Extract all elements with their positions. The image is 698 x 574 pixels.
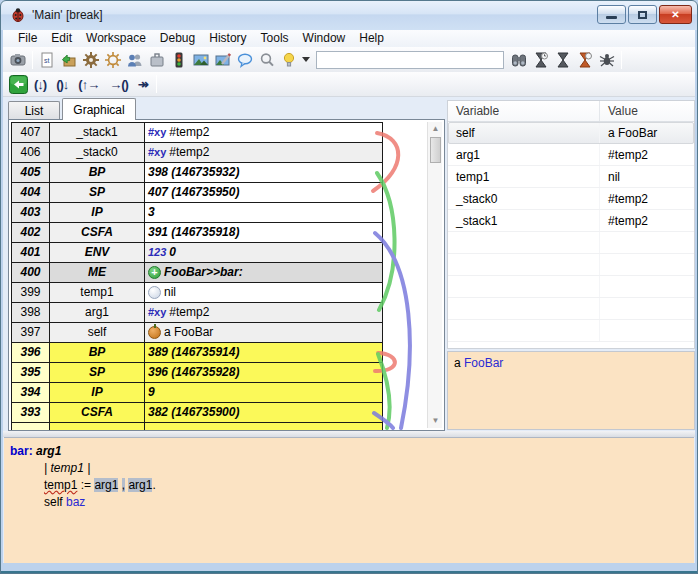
stack-row-highlighted[interactable]: 394 IP 9 [12,383,382,403]
stack-row-highlighted[interactable]: 393 CSFA 382 (146735900) [12,403,382,423]
lightbulb-icon[interactable] [278,49,300,70]
toolbar-separator [32,51,33,69]
stack-row[interactable]: 407 _stack1 #xy#temp2 [12,123,382,143]
stack-row-number: 395 [12,363,50,383]
scrollbar-up-icon[interactable]: ▲ [428,122,443,136]
hourglass-clock-icon[interactable] [530,49,552,70]
stack-row[interactable]: 403 IP 3 [12,203,382,223]
integer-icon: 123 [148,243,166,262]
column-header-value[interactable]: Value [600,101,694,121]
search-input[interactable] [316,51,504,69]
magnifier-icon[interactable] [256,49,278,70]
stack-row-number: 399 [12,283,50,303]
gear-solid-icon[interactable] [80,49,102,70]
stack-row-name: self [50,323,145,343]
minimize-icon [606,16,617,19]
stack-row-highlighted[interactable]: 396 BP 389 (146735914) [12,343,382,363]
nil-icon [148,286,161,299]
variable-row-arg1[interactable]: arg1 #temp2 [448,144,694,166]
step-out-button[interactable]: (↑→ [73,74,104,95]
menu-item-edit[interactable]: Edit [44,30,79,47]
stack-row-name: temp1 [50,283,145,303]
hourglass-icon[interactable] [552,49,574,70]
stack-row[interactable]: 399 temp1 nil [12,283,382,303]
image-edit-icon[interactable] [212,49,234,70]
stack-row-name: SP [50,183,145,203]
stack-row-value: 407 (146735950) [145,183,382,203]
stack-row[interactable]: 402 CSFA 391 (146735918) [12,223,382,243]
scrollbar-thumb[interactable] [430,137,441,163]
menu-item-debug[interactable]: Debug [153,30,202,47]
variable-row-self[interactable]: self a FooBar [448,122,694,144]
step-into-button[interactable]: (↓) [29,74,51,95]
st-file-icon[interactable]: st [36,49,58,70]
menu-item-workspace[interactable]: Workspace [79,30,153,47]
stack-row[interactable]: 405 BP 398 (146735932) [12,163,382,183]
traffic-light-icon[interactable] [168,49,190,70]
stack-scrollbar[interactable]: ▲ ▼ [427,122,442,428]
run-to-button[interactable]: →() [104,74,133,95]
menu-item-tools[interactable]: Tools [254,30,296,47]
stack-row[interactable]: 404 SP 407 (146735950) [12,183,382,203]
column-header-variable[interactable]: Variable [448,101,600,121]
variable-value: #temp2 [600,210,694,231]
stack-row-partial[interactable] [12,423,382,430]
variable-name: arg1 [448,144,600,165]
stack-row-highlighted[interactable]: 395 SP 396 (146735928) [12,363,382,383]
stack-row-value: 382 (146735900) [145,403,382,423]
stack-row-current-method[interactable]: 400 ME +FooBar>>bar: [12,263,382,283]
step-over-button[interactable]: ()↓ [51,74,73,95]
briefcase-icon[interactable] [146,49,168,70]
lightbulb-dropdown-arrow-icon[interactable] [300,49,312,70]
variable-value: #temp2 [600,144,694,165]
inspector-panel[interactable]: a FooBar [447,351,695,430]
package-import-icon[interactable] [58,49,80,70]
run-through-button[interactable]: ↠ [133,74,153,95]
maximize-icon [638,11,647,19]
variable-row-empty [448,254,694,276]
titlebar[interactable]: 'Main' [break] ✕ [0,0,698,30]
menu-item-history[interactable]: History [202,30,253,47]
gear-outline-icon[interactable] [102,49,124,70]
menu-item-window[interactable]: Window [296,30,353,47]
stack-row-number: 402 [12,223,50,243]
stack-row-number: 397 [12,323,50,343]
stack-row[interactable]: 401 ENV 1230 [12,243,382,263]
screenshot-camera-icon[interactable] [7,49,29,70]
selected-token: arg1 [128,478,152,492]
continue-button[interactable] [7,74,29,95]
variable-row-stack1[interactable]: _stack1 #temp2 [448,210,694,232]
stack-row[interactable]: 398 arg1 #xy#temp2 [12,303,382,323]
maximize-button[interactable] [628,5,657,24]
stack-row-name: SP [50,363,145,383]
menu-item-help[interactable]: Help [352,30,391,47]
inspector-class-name: FooBar [464,356,503,370]
stack-row[interactable]: 406 _stack0 #xy#temp2 [12,143,382,163]
stack-row-name: IP [50,203,145,223]
variable-row-stack0[interactable]: _stack0 #temp2 [448,188,694,210]
users-icon[interactable] [124,49,146,70]
speech-bubble-icon[interactable] [234,49,256,70]
menu-item-file[interactable]: File [11,30,44,47]
image-icon[interactable] [190,49,212,70]
spider-bug-icon[interactable] [596,49,618,70]
assignment-target-token: temp1 [44,478,77,492]
tab-graphical-label: Graphical [73,103,124,117]
scrollbar-down-icon[interactable]: ▼ [428,414,443,428]
client-area: List Graphical 407 _stack1 #xy#temp2 406… [3,97,695,563]
stack-row-name: arg1 [50,303,145,323]
tab-graphical[interactable]: Graphical [62,98,136,120]
code-editor[interactable]: bar: arg1 | temp1 | temp1 := arg1 , arg1… [4,437,694,563]
variable-row-temp1[interactable]: temp1 nil [448,166,694,188]
binoculars-icon[interactable] [508,49,530,70]
close-button[interactable]: ✕ [659,5,692,24]
minimize-button[interactable] [597,5,626,24]
stack-row[interactable]: 397 self a FooBar [12,323,382,343]
symbol-icon: #xy [148,143,166,162]
tab-list[interactable]: List [8,101,60,120]
toolbar-separator [621,51,622,69]
hourglass-red-icon[interactable] [574,49,596,70]
stack-row-number: 401 [12,243,50,263]
variable-row-empty [448,320,694,342]
stack-row-value: 9 [145,383,382,403]
